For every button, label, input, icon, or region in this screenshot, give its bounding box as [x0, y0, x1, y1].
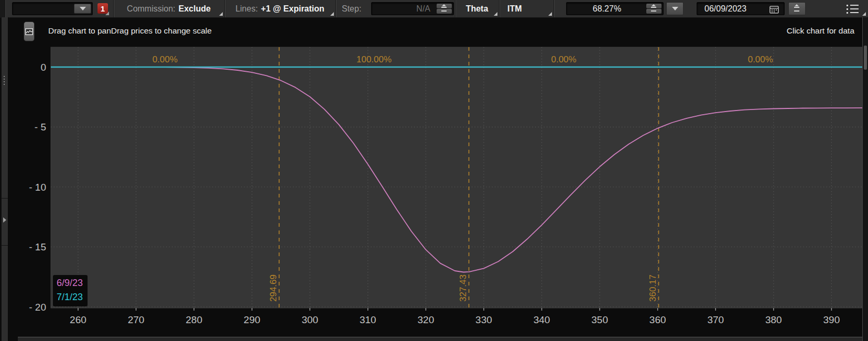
vline-price-label: 327.43 [458, 274, 468, 302]
vline-price-label: 294.69 [268, 274, 278, 302]
x-tick-label: 370 [707, 314, 724, 325]
risk-profile-chart[interactable]: 2602702802903003103203303403503603703803… [0, 0, 868, 341]
chart-legend: 6/9/23 7/1/23 [53, 275, 88, 306]
x-tick-label: 360 [649, 314, 666, 325]
x-tick-label: 350 [591, 314, 608, 325]
x-tick-label: 270 [128, 314, 145, 325]
x-tick-label: 390 [823, 314, 840, 325]
y-tick-label: - 10 [29, 182, 46, 193]
x-tick-label: 330 [475, 314, 492, 325]
x-tick-label: 290 [244, 314, 261, 325]
zone-probability-label: 100.00% [356, 54, 392, 64]
y-tick-label: - 15 [29, 241, 46, 252]
x-tick-label: 310 [360, 314, 376, 325]
y-tick-label: - 5 [35, 122, 46, 133]
x-tick-label: 260 [70, 314, 86, 325]
legend-entry-far-date: 7/1/23 [57, 290, 83, 304]
zone-probability-label: 0.00% [748, 54, 773, 64]
zone-probability-label: 0.00% [551, 54, 576, 64]
legend-entry-near-date: 6/9/23 [57, 276, 83, 290]
y-tick-label: - 20 [29, 302, 46, 313]
x-tick-label: 340 [534, 314, 550, 325]
x-tick-label: 380 [765, 314, 782, 325]
zone-probability-label: 0.00% [153, 54, 178, 64]
vline-price-label: 360.17 [648, 274, 658, 302]
y-tick-label: 0 [40, 62, 46, 73]
x-tick-label: 300 [301, 314, 318, 325]
plot-area[interactable] [51, 47, 862, 308]
x-tick-label: 280 [186, 314, 202, 325]
x-tick-label: 320 [418, 314, 435, 325]
